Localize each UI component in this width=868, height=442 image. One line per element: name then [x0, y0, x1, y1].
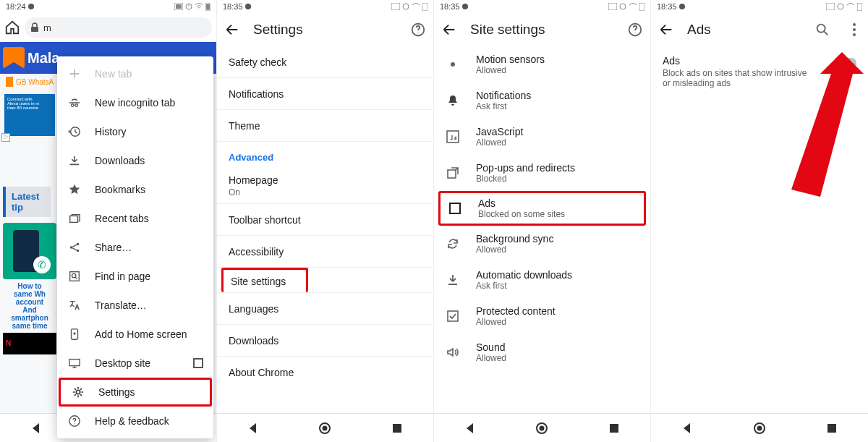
ads-toggle[interactable]	[835, 58, 856, 68]
nav-back[interactable]	[247, 422, 260, 435]
row-accessibility[interactable]: Accessibility	[217, 236, 433, 268]
history-icon	[67, 124, 82, 139]
nav-back[interactable]	[30, 422, 43, 435]
ad-box[interactable]: Connect withAlexa users in mthan 80 coun…	[4, 94, 55, 136]
row-languages[interactable]: Languages	[217, 293, 433, 325]
sound-icon	[446, 345, 460, 360]
status-time: 18:24	[6, 2, 26, 11]
menu-add-home[interactable]: Add to Home screen	[57, 320, 213, 349]
nav-back[interactable]	[681, 422, 694, 435]
nav-recent[interactable]	[825, 422, 838, 435]
gear-icon	[71, 385, 85, 399]
row-motion-sensors[interactable]: Motion sensorsAllowed	[434, 46, 650, 82]
nav-home[interactable]	[318, 422, 331, 435]
menu-new-tab[interactable]: New tab	[57, 59, 213, 88]
svg-point-9	[70, 246, 73, 249]
row-background-sync[interactable]: Background syncAllowed	[434, 226, 650, 262]
row-site-settings[interactable]: Site settings	[221, 268, 308, 292]
svg-rect-39	[610, 424, 618, 433]
row-auto-downloads[interactable]: Automatic downloadsAsk first	[434, 262, 650, 298]
ads-toggle-row[interactable]: Ads Block ads on sites that show intrusi…	[651, 46, 868, 97]
desktop-checkbox[interactable]	[193, 358, 203, 368]
row-notifications[interactable]: Notifications	[217, 78, 433, 110]
nav-recent[interactable]	[391, 422, 404, 435]
svg-point-32	[451, 62, 455, 67]
site-settings-list: Motion sensorsAllowed NotificationsAsk f…	[434, 46, 650, 413]
download-icon	[446, 273, 460, 287]
row-downloads[interactable]: Downloads	[217, 325, 433, 357]
search-icon[interactable]	[814, 22, 830, 38]
browser-toolbar: m	[0, 13, 216, 42]
nav-home[interactable]	[753, 422, 766, 435]
nav-back[interactable]	[464, 422, 477, 435]
menu-history[interactable]: History	[57, 117, 213, 146]
panel-settings: 18:35 Settings Safety check Notification…	[217, 0, 434, 442]
row-notifications[interactable]: NotificationsAsk first	[434, 82, 650, 119]
article-card-2[interactable]: N	[3, 333, 56, 354]
svg-point-26	[323, 425, 328, 430]
system-navbar	[217, 413, 433, 442]
menu-incognito[interactable]: New incognito tab	[57, 88, 213, 117]
article-caption: How to same Wh account And smartphon sam…	[3, 282, 56, 330]
row-sound[interactable]: SoundAllowed	[434, 334, 650, 370]
star-icon	[67, 182, 82, 197]
menu-settings[interactable]: Settings	[59, 378, 212, 407]
menu-recent-tabs[interactable]: Recent tabs	[57, 204, 213, 233]
row-theme[interactable]: Theme	[217, 110, 433, 142]
article-card[interactable]: ✆	[3, 223, 56, 279]
ads-row-title: Ads	[663, 55, 827, 67]
help-icon[interactable]	[627, 22, 643, 38]
svg-rect-40	[826, 3, 835, 10]
settings-header: Settings	[217, 13, 433, 46]
home-icon[interactable]	[4, 20, 20, 35]
row-javascript[interactable]: JavaScriptAllowed	[434, 119, 650, 155]
menu-translate[interactable]: Translate…	[57, 291, 213, 320]
sync-icon	[446, 237, 460, 251]
svg-point-44	[853, 23, 856, 26]
help-icon	[67, 414, 82, 428]
panel-site-settings: 18:35 Site settings Motion sensorsAllowe…	[434, 0, 651, 442]
translate-icon	[67, 298, 82, 313]
help-icon[interactable]	[410, 22, 426, 38]
page-title: Ads	[687, 22, 801, 38]
svg-point-22	[403, 4, 409, 9]
menu-downloads[interactable]: Downloads	[57, 146, 213, 175]
svg-rect-27	[393, 424, 401, 433]
svg-rect-33	[447, 131, 459, 143]
ads-row-description: Block ads on sites that show intrusive o…	[663, 68, 814, 88]
more-icon[interactable]	[848, 22, 861, 38]
menu-help[interactable]: Help & feedback	[57, 407, 213, 435]
row-protected-content[interactable]: Protected contentAllowed	[434, 298, 650, 334]
site-settings-header: Site settings	[434, 13, 650, 46]
back-icon[interactable]	[441, 22, 457, 38]
row-popups[interactable]: Pop-ups and redirectsBlocked	[434, 155, 650, 191]
svg-rect-8	[70, 216, 78, 222]
javascript-icon	[446, 129, 460, 144]
back-icon[interactable]	[658, 22, 674, 38]
svg-point-11	[77, 250, 80, 252]
svg-rect-6	[31, 27, 38, 32]
incognito-icon	[67, 95, 82, 110]
url-bar[interactable]: m	[25, 17, 212, 38]
popup-icon	[446, 166, 460, 180]
lock-icon	[30, 22, 39, 33]
svg-rect-35	[450, 203, 460, 213]
download-icon	[67, 153, 82, 168]
menu-bookmarks[interactable]: Bookmarks	[57, 175, 213, 204]
menu-share[interactable]: Share…	[57, 233, 213, 262]
row-safety-check[interactable]: Safety check	[217, 46, 433, 78]
phone-plus-icon	[67, 327, 82, 341]
row-homepage[interactable]: HomepageOn	[217, 169, 433, 204]
page-title: Site settings	[470, 22, 614, 38]
url-text: m	[43, 22, 51, 33]
nav-home[interactable]	[535, 422, 548, 435]
row-about-chrome[interactable]: About Chrome	[217, 357, 433, 388]
row-toolbar-shortcut[interactable]: Toolbar shortcut	[217, 204, 433, 236]
menu-find[interactable]: Find in page	[57, 262, 213, 291]
back-icon[interactable]	[224, 22, 240, 38]
svg-point-45	[853, 28, 856, 31]
nav-recent[interactable]	[608, 422, 621, 435]
share-icon	[67, 240, 82, 255]
menu-desktop-site[interactable]: Desktop site	[57, 349, 213, 378]
row-ads[interactable]: AdsBlocked on some sites	[438, 191, 646, 226]
